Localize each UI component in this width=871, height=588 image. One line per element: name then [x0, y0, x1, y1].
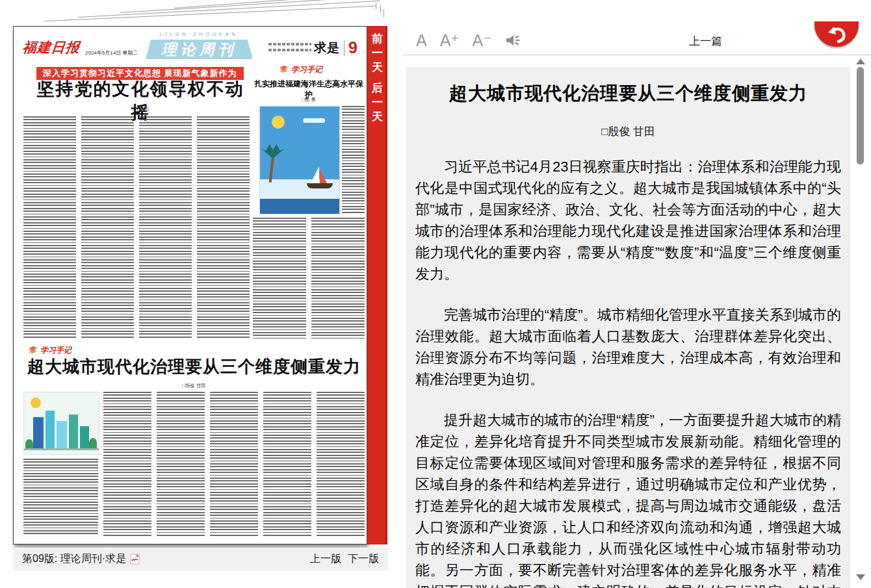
- paper-date: 2024年5月14日 星期二: [85, 49, 138, 57]
- article-title: 超大城市现代化治理要从三个维度侧重发力: [415, 81, 841, 106]
- article1-columns: [23, 116, 250, 339]
- article-paragraph: 习近平总书记4月23日视察重庆时指出：治理体系和治理能力现代化是中国式现代化的应…: [415, 156, 841, 285]
- section-banner: 理论周刊: [146, 40, 253, 59]
- return-arrow-icon: [826, 25, 848, 44]
- article-paragraph: 完善城市治理的“精度”。城市精细化管理水平直接关系到城市的治理效能。超大城市面临…: [415, 304, 841, 390]
- article3-col1: [23, 392, 98, 536]
- study-notes-badge: 学习手记: [28, 345, 72, 356]
- prev-day-tab[interactable]: 前一天: [367, 29, 387, 78]
- qiushi-brand: 求是: [314, 40, 340, 57]
- building-shape: [33, 417, 44, 448]
- byline-megacity-governance: □殷俊 甘田: [23, 383, 365, 389]
- newsprint-column: [81, 116, 134, 339]
- city-illustration: [23, 392, 99, 455]
- sail-white: [311, 166, 319, 183]
- ground-line: [24, 448, 99, 450]
- palm-leaves: [261, 144, 285, 159]
- seaside-illustration: [259, 106, 340, 214]
- sun-icon: [272, 116, 285, 129]
- brand-block: 求是 9: [314, 38, 358, 57]
- notebook-icon: [28, 346, 38, 355]
- article-author: □殷俊 甘田: [415, 124, 841, 139]
- newsprint-column: [311, 218, 365, 339]
- badge-label: 学习手记: [40, 345, 72, 356]
- edition-bar: 第09版: 理论周刊·求是 上一版 下一版: [13, 548, 388, 570]
- article-reader: 超大城市现代化治理要从三个维度侧重发力 □殷俊 甘田 习近平总书记4月23日视察…: [406, 67, 850, 588]
- cloud-shape: [303, 118, 325, 123]
- article2-columns: [253, 218, 365, 339]
- building-shape: [69, 415, 78, 448]
- font-increase-button[interactable]: A⁺: [440, 32, 460, 49]
- tree-shape: [89, 438, 97, 448]
- building-shape: [80, 426, 89, 448]
- byline-marine-ecology: □徐 勇: [253, 97, 365, 103]
- sail-red: [320, 169, 327, 183]
- headline-megacity-governance[interactable]: 超大城市现代化治理要从三个维度侧重发力: [23, 355, 365, 378]
- boat-hull: [307, 183, 333, 188]
- next-edition-link[interactable]: 下一版: [348, 552, 379, 566]
- scrollbar-thumb[interactable]: [857, 67, 864, 164]
- article-paragraph: 提升超大城市的城市的治理“精度”，一方面要提升超大城市的精准定位，差异化培育提升…: [415, 409, 841, 588]
- section-name-pinyin: LILUN ZHOUKAN: [144, 32, 254, 36]
- fujian-daily-logo: 福建日报: [22, 38, 81, 57]
- newsprint-column: [23, 116, 76, 339]
- newsprint-column: [342, 106, 365, 213]
- notebook-icon: [279, 66, 289, 74]
- masthead-info-lines: [268, 43, 311, 51]
- article3-body: [23, 392, 365, 536]
- study-notes-badge: 学习手记: [279, 64, 322, 75]
- speaker-icon[interactable]: [504, 33, 521, 47]
- brand-divider: [344, 40, 344, 56]
- newsprint-column: [317, 392, 365, 536]
- building-shape: [57, 421, 67, 448]
- masthead: 福建日报 2024年5月14日 星期二: [23, 38, 138, 57]
- tree-shape: [25, 439, 33, 448]
- edition-label: 第09版: 理论周刊·求是: [22, 552, 126, 566]
- font-default-button[interactable]: A: [416, 32, 427, 49]
- next-day-tab[interactable]: 后一天: [367, 78, 387, 127]
- newsprint-column: [139, 116, 192, 339]
- reader-toolbar: A A⁺ A⁻: [416, 29, 521, 52]
- page-number: 9: [348, 38, 358, 57]
- sun-icon: [31, 398, 41, 408]
- prev-edition-link[interactable]: 上一版: [310, 552, 341, 566]
- newsprint-column: [197, 116, 250, 339]
- day-ribbon: 前一天 后一天: [367, 26, 387, 544]
- newsprint-column: [210, 392, 258, 536]
- font-decrease-button[interactable]: A⁻: [473, 32, 492, 49]
- scroll-up-arrow[interactable]: [856, 58, 865, 64]
- newspaper-page[interactable]: 福建日报 2024年5月14日 星期二 LILUN ZHOUKAN 理论周刊 求…: [13, 26, 367, 544]
- scroll-down-arrow[interactable]: [856, 574, 865, 580]
- pdf-icon[interactable]: [130, 554, 140, 565]
- building-shape: [46, 411, 55, 448]
- prev-article-link[interactable]: 上一篇: [689, 34, 722, 49]
- newsprint-column: [23, 459, 98, 536]
- back-button[interactable]: [814, 21, 859, 47]
- newsprint-column: [263, 392, 311, 536]
- byline-culture-leadership: □许彤彤: [30, 106, 251, 112]
- newsprint-column: [157, 392, 205, 536]
- newsprint-column: [103, 392, 151, 536]
- badge-label: 学习手记: [291, 64, 322, 75]
- newsprint-column: [253, 218, 306, 339]
- toolbar-divider: [403, 55, 871, 55]
